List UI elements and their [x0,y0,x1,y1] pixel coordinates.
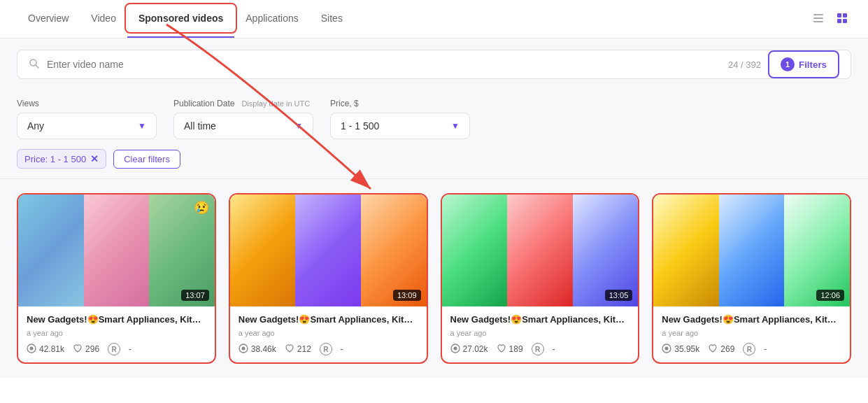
likes-icon [708,344,718,355]
thumb-image-1 [18,195,84,306]
tab-overview[interactable]: Overview [17,0,80,38]
search-icon [29,58,40,71]
filters-badge: 1 [781,57,795,71]
search-section: 24 / 392 1 Filters [0,38,868,90]
views-stat: 42.81k [27,344,64,355]
svg-rect-4 [843,13,847,17]
r-badge: R [108,343,120,355]
card-thumbnail: 13:05 [442,195,639,306]
thumb-image-2 [295,195,361,306]
price-filter-tag[interactable]: Price: 1 - 1 500 ✕ [17,149,106,169]
tab-video[interactable]: Video [80,0,127,38]
thumb-image-1 [442,195,508,306]
video-card[interactable]: 12:06 New Gadgets!😍Smart Appliances, Kit… [652,193,851,364]
likes-value: 296 [85,344,99,354]
thumb-image-1 [230,195,296,306]
dash: - [129,344,131,354]
thumb-image-2 [507,195,573,306]
card-thumbnail: 13:07 😢 [18,195,215,306]
price-tag-remove[interactable]: ✕ [90,153,99,164]
likes-value: 269 [720,344,734,354]
nav-tabs: Overview Video Sponsored videos Applicat… [17,0,354,38]
date-utc-label: Display date in UTC [241,99,310,108]
video-card[interactable]: 13:09 New Gadgets!😍Smart Appliances, Kit… [229,193,428,364]
views-filter-group: Views Any ▼ [17,99,157,139]
likes-icon [497,344,506,355]
tab-applications[interactable]: Applications [234,0,310,38]
search-bar: 24 / 392 1 Filters [17,50,851,79]
grid-view-button[interactable] [833,9,851,29]
views-value: 42.81k [39,344,64,354]
view-toggle [809,9,851,29]
date-value: All time [184,120,216,132]
views-value: Any [27,120,44,132]
card-date: a year ago [239,329,418,337]
svg-rect-3 [837,13,841,17]
card-body: New Gadgets!😍Smart Appliances, Kitchen t… [18,306,215,362]
top-nav: Overview Video Sponsored videos Applicat… [0,0,868,38]
date-label: Publication Date [173,99,234,108]
card-title: New Gadgets!😍Smart Appliances, Kitchen t… [662,313,841,326]
card-thumbnail: 12:06 [653,195,850,306]
card-stats: 38.46k 212 R - [239,343,418,355]
views-stat: 38.46k [239,344,276,355]
card-title: New Gadgets!😍Smart Appliances, Kitchen t… [239,313,418,326]
thumb-image-2 [84,195,150,306]
views-stat: 27.02k [450,344,488,355]
r-badge: R [743,343,755,355]
duration-badge: 13:05 [605,290,633,301]
r-badge: R [532,343,544,355]
views-icon [27,344,36,355]
svg-rect-0 [813,14,823,15]
price-label: Price, $ [330,99,470,108]
dash: - [553,344,555,354]
likes-stat: 296 [73,344,99,355]
likes-value: 212 [297,344,311,354]
duration-badge: 12:06 [816,290,844,301]
cards-section: 13:07 😢 New Gadgets!😍Smart Appliances, K… [0,179,868,378]
filters-label: Filters [799,59,827,70]
likes-stat: 212 [285,344,311,355]
svg-rect-2 [813,21,823,22]
svg-point-15 [665,346,669,350]
tab-sponsored[interactable]: Sponsored videos [127,0,234,38]
card-date: a year ago [450,329,630,337]
card-stats: 42.81k 296 R - [27,343,206,355]
video-card[interactable]: 13:05 New Gadgets!😍Smart Appliances, Kit… [441,193,640,364]
dash: - [764,344,767,354]
list-view-button[interactable] [809,9,827,29]
clear-filters-button[interactable]: Clear filters [113,150,180,169]
views-icon [450,344,460,355]
svg-rect-6 [843,19,847,23]
cards-grid: 13:07 😢 New Gadgets!😍Smart Appliances, K… [17,193,851,364]
likes-stat: 269 [708,344,734,355]
card-stats: 27.02k 189 R - [450,343,630,355]
filters-button[interactable]: 1 Filters [768,50,839,78]
duration-badge: 13:07 [181,290,209,301]
thumb-image-1 [653,195,719,306]
r-badge: R [320,343,332,355]
card-title: New Gadgets!😍Smart Appliances, Kitchen t… [450,313,630,326]
views-value: 38.46k [251,344,276,354]
views-icon [239,344,248,355]
views-icon [662,344,671,355]
svg-point-13 [453,346,457,350]
search-input[interactable] [47,50,721,78]
price-select[interactable]: 1 - 1 500 ▼ [330,113,470,139]
likes-stat: 189 [497,344,523,355]
card-title: New Gadgets!😍Smart Appliances, Kitchen t… [27,313,206,326]
likes-icon [73,344,83,355]
price-chevron: ▼ [451,121,460,131]
card-date: a year ago [27,329,206,337]
price-tag-label: Price: 1 - 1 500 [24,154,86,164]
likes-value: 189 [509,344,523,354]
video-card[interactable]: 13:07 😢 New Gadgets!😍Smart Appliances, K… [17,193,216,364]
filter-row: Views Any ▼ Publication Date Display dat… [0,90,868,139]
card-date: a year ago [662,329,841,337]
price-filter-group: Price, $ 1 - 1 500 ▼ [330,99,470,139]
date-chevron: ▼ [294,121,303,131]
date-select[interactable]: All time ▼ [173,113,313,139]
card-stats: 35.95k 269 R - [662,343,841,355]
tab-sites[interactable]: Sites [310,0,354,38]
views-select[interactable]: Any ▼ [17,113,157,139]
